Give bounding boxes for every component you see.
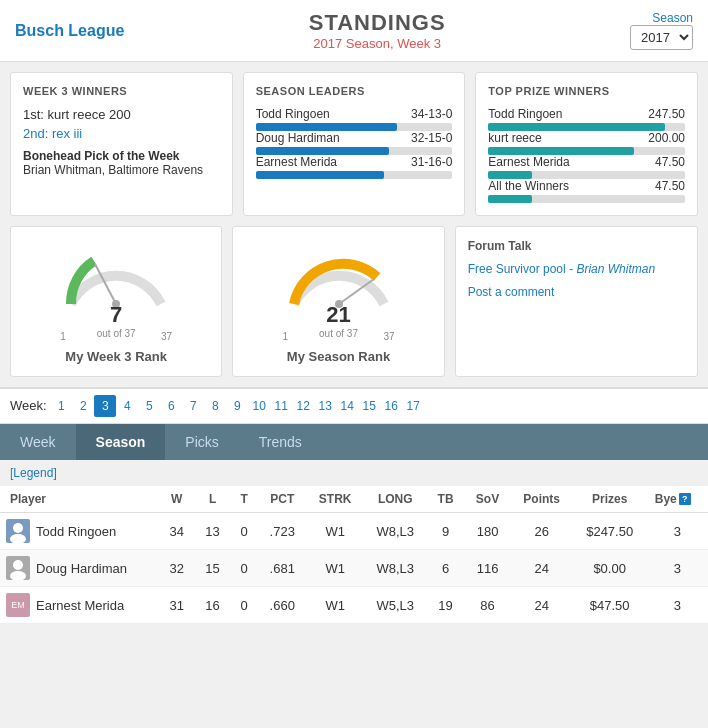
svg-point-6 <box>13 560 23 570</box>
prize-item: All the Winners 47.50 <box>488 179 685 203</box>
bye-cell: 3 <box>647 587 708 624</box>
forum-post-link[interactable]: Post a comment <box>468 284 685 299</box>
week-btn-14[interactable]: 14 <box>336 395 358 417</box>
forum-author: - Brian Whitman <box>569 262 655 276</box>
long-cell: W5,L3 <box>364 587 427 624</box>
prize-bar-fill <box>488 195 531 203</box>
week-buttons: 1234567891011121314151617 <box>50 398 424 413</box>
table-body: Todd Ringoen34130.723W1W8,L3918026$247.5… <box>0 513 708 624</box>
forum-survivor-link[interactable]: Free Survivor pool - Brian Whitman <box>468 262 655 276</box>
leader-name-row: Todd Ringoen 34-13-0 <box>256 107 453 121</box>
col-header-w: W <box>159 486 195 513</box>
league-title: Busch League <box>15 22 124 40</box>
tab-trends[interactable]: Trends <box>239 424 322 460</box>
season-selector[interactable]: Season 2017 2016 2015 <box>630 11 693 50</box>
forum-title: Forum Talk <box>468 239 685 253</box>
pct-cell: .681 <box>258 550 307 587</box>
points-cell: 24 <box>511 550 573 587</box>
top-bar: Busch League STANDINGS 2017 Season, Week… <box>0 0 708 62</box>
col-header-t: T <box>231 486 258 513</box>
week-btn-13[interactable]: 13 <box>314 395 336 417</box>
col-header-l: L <box>195 486 231 513</box>
col-header-player: Player <box>0 486 159 513</box>
player-cell-inner: Todd Ringoen <box>6 519 151 543</box>
leader-list: Todd Ringoen 34-13-0 Doug Hardiman 32-15… <box>256 107 453 179</box>
week-btn-8[interactable]: 8 <box>204 395 226 417</box>
week-btn-3[interactable]: 3 <box>94 395 116 417</box>
prize-amount: 247.50 <box>648 107 685 121</box>
season-leaders-card: SEASON LEADERS Todd Ringoen 34-13-0 Doug… <box>243 72 466 216</box>
prizes-cell: $247.50 <box>573 513 647 550</box>
prize-item: Earnest Merida 47.50 <box>488 155 685 179</box>
week-nav: Week: 1234567891011121314151617 <box>0 387 708 424</box>
week-btn-9[interactable]: 9 <box>226 395 248 417</box>
week-btn-11[interactable]: 11 <box>270 395 292 417</box>
week-btn-10[interactable]: 10 <box>248 395 270 417</box>
strk-cell: W1 <box>307 513 364 550</box>
week-btn-6[interactable]: 6 <box>160 395 182 417</box>
week-nav-label: Week: <box>10 398 47 413</box>
tab-week[interactable]: Week <box>0 424 76 460</box>
standings-heading: STANDINGS <box>309 10 446 36</box>
col-header-strk: STRK <box>307 486 364 513</box>
prize-bar-fill <box>488 147 634 155</box>
prize-player-name: All the Winners <box>488 179 569 193</box>
gauges-col: 7 out of 37 1 37 My Week 3 Rank <box>10 226 445 377</box>
svg-point-4 <box>13 523 23 533</box>
prize-player-name: kurt reece <box>488 131 541 145</box>
week-btn-5[interactable]: 5 <box>138 395 160 417</box>
season-label: Season <box>630 11 693 25</box>
table-row: Todd Ringoen34130.723W1W8,L3918026$247.5… <box>0 513 708 550</box>
player-cell-inner: Doug Hardiman <box>6 556 151 580</box>
bye-info-icon[interactable]: ? <box>679 493 691 505</box>
season-leaders-title: SEASON LEADERS <box>256 85 453 97</box>
gauges-forum-row: 7 out of 37 1 37 My Week 3 Rank <box>0 226 708 387</box>
strk-cell: W1 <box>307 587 364 624</box>
l-cell: 13 <box>195 513 231 550</box>
long-cell: W8,L3 <box>364 513 427 550</box>
tab-picks[interactable]: Picks <box>165 424 238 460</box>
bonehead-name: Brian Whitman, Baltimore Ravens <box>23 163 220 177</box>
col-header-tb: TB <box>427 486 465 513</box>
leader-bar-fill <box>256 171 384 179</box>
svg-point-5 <box>10 534 26 543</box>
prize-bar-bg <box>488 147 685 155</box>
cards-row: WEEK 3 WINNERS 1st: kurt reece 200 2nd: … <box>0 62 708 226</box>
prize-player-name: Todd Ringoen <box>488 107 562 121</box>
tb-cell: 19 <box>427 587 465 624</box>
prize-item: kurt reece 200.00 <box>488 131 685 155</box>
season-dropdown[interactable]: 2017 2016 2015 <box>630 25 693 50</box>
week-btn-12[interactable]: 12 <box>292 395 314 417</box>
table-row: EMEarnest Merida31160.660W1W5,L3198624$4… <box>0 587 708 624</box>
leader-name: Earnest Merida <box>256 155 337 169</box>
player-cell-1: Doug Hardiman <box>0 550 159 587</box>
tab-season[interactable]: Season <box>76 424 166 460</box>
leader-bar-fill <box>256 147 390 155</box>
week-btn-17[interactable]: 17 <box>402 395 424 417</box>
avatar: EM <box>6 593 30 617</box>
week-btn-15[interactable]: 15 <box>358 395 380 417</box>
pct-cell: .723 <box>258 513 307 550</box>
prize-amount: 200.00 <box>648 131 685 145</box>
forum-card: Forum Talk Free Survivor pool - Brian Wh… <box>455 226 698 377</box>
w-cell: 32 <box>159 550 195 587</box>
col-header-pct: PCT <box>258 486 307 513</box>
week-btn-16[interactable]: 16 <box>380 395 402 417</box>
week-btn-2[interactable]: 2 <box>72 395 94 417</box>
tabs-row: WeekSeasonPicksTrends <box>0 424 708 460</box>
sov-cell: 180 <box>464 513 510 550</box>
legend-link[interactable]: [Legend] <box>0 460 67 486</box>
week-btn-7[interactable]: 7 <box>182 395 204 417</box>
week-btn-1[interactable]: 1 <box>50 395 72 417</box>
week-btn-4[interactable]: 4 <box>116 395 138 417</box>
w-cell: 31 <box>159 587 195 624</box>
col-header-points: Points <box>511 486 573 513</box>
week-gauge-container: 7 out of 37 1 37 <box>56 239 176 342</box>
prize-bar-fill <box>488 123 665 131</box>
player-cell-0: Todd Ringoen <box>0 513 159 550</box>
top-prize-title: TOP PRIZE WINNERS <box>488 85 685 97</box>
player-name: Doug Hardiman <box>36 561 127 576</box>
player-name: Todd Ringoen <box>36 524 116 539</box>
top-prize-card: TOP PRIZE WINNERS Todd Ringoen 247.50 ku… <box>475 72 698 216</box>
second-place: 2nd: rex iii <box>23 126 220 141</box>
